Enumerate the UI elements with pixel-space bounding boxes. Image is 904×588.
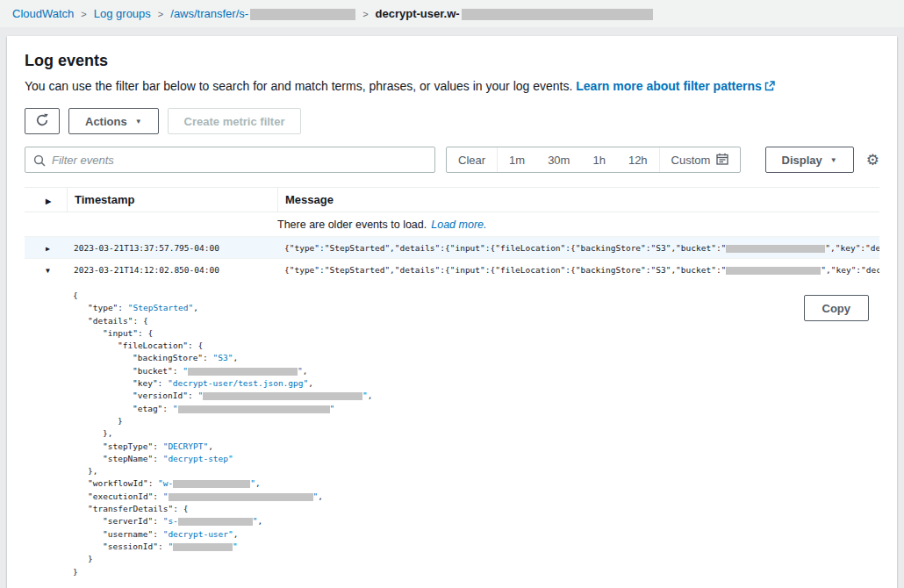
json-line: "username": "decrypt-user",	[73, 528, 862, 541]
page-description: You can use the filter bar below to sear…	[25, 79, 879, 94]
json-punctuation: },	[103, 428, 112, 438]
message-text: ","key":"decry…	[821, 265, 879, 275]
redacted-text	[250, 9, 355, 20]
redacted-value	[173, 480, 250, 488]
json-value: "StepStarted"	[128, 303, 193, 312]
json-line: "bucket": "",	[73, 365, 862, 377]
description-text: You can use the filter bar below to sear…	[25, 79, 572, 93]
json-value: "	[233, 541, 238, 551]
redacted-value	[726, 245, 825, 253]
refresh-button[interactable]	[25, 108, 60, 134]
json-punctuation: {	[73, 290, 78, 300]
breadcrumb-cloudwatch[interactable]: CloudWatch	[12, 7, 74, 20]
external-link-icon	[764, 80, 775, 94]
json-punctuation: ,	[193, 303, 198, 312]
json-key: "bucket"	[133, 366, 173, 376]
json-key: "username"	[103, 529, 153, 539]
json-punctuation: :	[162, 404, 172, 413]
gear-icon: ⚙	[866, 152, 879, 169]
redacted-value	[178, 518, 253, 526]
json-punctuation: }	[88, 554, 93, 563]
time-range-1h[interactable]: 1h	[581, 147, 616, 172]
actions-label: Actions	[85, 115, 127, 128]
json-punctuation: :	[153, 529, 162, 539]
expand-toggle-icon[interactable]: ▶	[46, 245, 50, 253]
chevron-down-icon: ▼	[135, 118, 142, 125]
breadcrumb-log-groups[interactable]: Log groups	[94, 7, 151, 20]
json-line: {	[73, 290, 862, 302]
json-punctuation: : {	[188, 341, 203, 350]
json-punctuation: ,	[258, 516, 263, 526]
json-punctuation: : {	[133, 316, 147, 326]
actions-button[interactable]: Actions▼	[68, 108, 159, 134]
older-events-row: There are older events to load. Load mor…	[25, 212, 879, 237]
json-line: "backingStore": "S3",	[73, 352, 862, 364]
time-range-custom[interactable]: Custom	[659, 147, 741, 172]
json-value: "decrypt-user"	[163, 529, 233, 539]
redacted-value	[169, 493, 313, 501]
json-punctuation: : {	[138, 328, 153, 338]
settings-gear-button[interactable]: ⚙	[866, 153, 879, 168]
json-value: "	[330, 404, 335, 413]
learn-more-link[interactable]: Learn more about filter patterns	[576, 79, 762, 93]
log-events-panel: Log events You can use the filter bar be…	[7, 36, 897, 588]
json-line: }	[73, 415, 862, 427]
collapse-toggle-icon[interactable]: ▼	[46, 267, 50, 275]
breadcrumb-separator: >	[158, 9, 163, 19]
event-message: {"type":"StepStarted","details":{"input"…	[284, 265, 879, 275]
json-punctuation: ,	[318, 491, 323, 501]
filter-events-input[interactable]	[25, 154, 434, 167]
time-range-30m[interactable]: 30m	[536, 147, 581, 172]
search-box	[25, 147, 435, 173]
json-value: "s-	[163, 516, 178, 526]
older-events-text: There are older events to load.	[277, 219, 427, 231]
json-value: "w-	[158, 478, 173, 488]
json-line: "etag": ""	[73, 403, 862, 415]
time-range-1m[interactable]: 1m	[498, 147, 536, 172]
json-punctuation: :	[173, 366, 183, 376]
json-line: "fileLocation": {	[73, 340, 862, 352]
breadcrumb-current-stream: decrypt-user.w-	[376, 7, 653, 20]
json-punctuation: }	[118, 416, 123, 426]
json-key: "stepType"	[103, 441, 153, 451]
calendar-icon	[716, 153, 728, 168]
json-line: },	[73, 427, 862, 440]
time-range-12h[interactable]: 12h	[617, 147, 659, 172]
json-line: }	[73, 566, 862, 578]
load-more-link[interactable]: Load more.	[431, 219, 486, 231]
log-event-row[interactable]: ▼ 2023-03-21T14:12:02.850-04:00 {"type":…	[25, 259, 879, 281]
json-line: "stepName": "decrypt-step"	[73, 453, 862, 465]
json-punctuation: : {	[173, 504, 188, 513]
json-punctuation: :	[158, 541, 168, 551]
json-punctuation: ,	[303, 366, 308, 376]
display-button[interactable]: Display▼	[765, 147, 854, 173]
json-line: }	[73, 553, 862, 565]
page-title: Log events	[25, 52, 879, 70]
redacted-value	[726, 267, 821, 275]
json-key: "serverId"	[103, 516, 153, 526]
breadcrumb-current-label: decrypt-user.w-	[376, 7, 460, 20]
json-key: "versionId"	[133, 391, 188, 400]
json-punctuation: :	[153, 454, 162, 463]
breadcrumb: CloudWatch > Log groups > /aws/transfer/…	[0, 0, 904, 27]
table-header: ▶ Timestamp Message	[25, 187, 879, 212]
json-punctuation: ,	[233, 529, 239, 539]
event-message: {"type":"StepStarted","details":{"input"…	[284, 243, 879, 253]
json-value: "DECRYPT"	[163, 441, 208, 451]
json-punctuation: },	[88, 466, 97, 476]
json-line: "sessionId": ""	[73, 541, 862, 553]
expanded-json-lines: {"type": "StepStarted","details": {"inpu…	[73, 290, 862, 578]
event-timestamp: 2023-03-21T13:37:57.795-04:00	[67, 243, 277, 253]
time-range-clear[interactable]: Clear	[447, 147, 498, 172]
create-metric-filter-button[interactable]: Create metric filter	[168, 108, 302, 134]
json-punctuation: :	[153, 491, 162, 501]
json-punctuation: :	[118, 303, 127, 312]
breadcrumb-log-group[interactable]: /aws/transfer/s-	[170, 7, 355, 20]
redacted-value	[178, 405, 330, 413]
json-line: "transferDetails": {	[73, 503, 862, 515]
copy-button[interactable]: Copy	[804, 295, 870, 321]
time-range-group: Clear 1m 30m 1h 12h Custom	[446, 147, 741, 173]
json-line: "versionId": "",	[73, 390, 862, 402]
log-event-row[interactable]: ▶ 2023-03-21T13:37:57.795-04:00 {"type":…	[25, 237, 879, 259]
json-punctuation: :	[153, 441, 162, 451]
